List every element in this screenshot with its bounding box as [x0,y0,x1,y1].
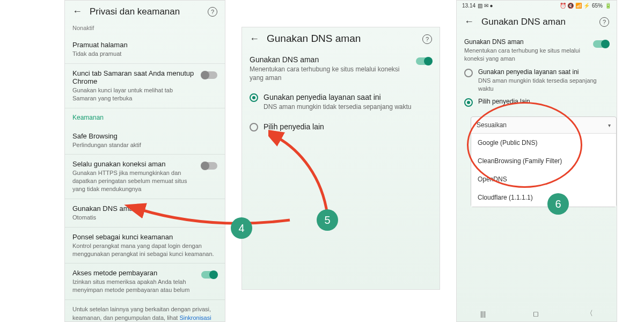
nonaktif-label: Nonaktif [65,23,225,35]
item-sub: Otomatis [72,214,217,222]
topbar: Privasi dan keamanan [65,1,225,23]
item-sub: Gunakan kunci layar untuk melihat tab Sa… [72,86,196,103]
help-icon[interactable] [422,34,432,44]
page-title: Gunakan DNS aman [267,33,415,45]
item-sub: Kontrol perangkat mana yang dapat login … [72,242,217,258]
privacy-note: Untuk setelan lainnya yang berkaitan den… [65,300,225,322]
status-bar: 13.14 ▧ ✉ ● ⏰ 🔇 📶 ⚡ 65%🔋 [457,1,617,11]
screenshot-dns-step1: Gunakan DNS aman Gunakan DNS aman Menent… [241,27,440,290]
item-title: Pilih penyedia lain [478,98,609,105]
security-category: Keamanan [72,114,217,121]
recent-apps-icon[interactable]: ||| [480,310,486,318]
item-title: Pramuat halaman [72,41,217,49]
item-title: Gunakan DNS aman [250,55,411,64]
dropdown-selected: Sesuaikan [477,121,507,129]
item-title: Gunakan DNS aman [72,204,217,213]
item-sub: DNS aman mungkin tidak tersedia sepanjan… [264,103,432,111]
back-nav-icon[interactable]: 〈 [586,309,593,318]
payment-access-toggle[interactable] [201,271,217,279]
dns-intro: Gunakan DNS aman Menentukan cara terhubu… [457,33,617,66]
home-icon[interactable]: ◻ [533,310,539,318]
topbar: Gunakan DNS aman [242,27,440,50]
item-title: Gunakan DNS aman [464,38,588,46]
item-title: Pilih penyedia lain [264,122,432,131]
step-badge-5: 5 [317,209,338,231]
dns-option-current[interactable]: Gunakan penyedia layanan saat ini DNS am… [457,66,617,96]
dropdown-option[interactable]: CleanBrowsing (Family Filter) [471,152,616,170]
nav-bar: ||| ◻ 〈 [457,305,617,321]
payment-access-item[interactable]: Akses metode pembayaran Izinkan situs me… [65,264,225,300]
item-title: Kunci tab Samaran saat Anda menutup Chro… [72,69,196,85]
item-title: Gunakan penyedia layanan saat ini [264,93,432,101]
status-time: 13.14 [462,3,475,9]
help-icon[interactable] [208,6,217,17]
item-sub: Menentukan cara terhubung ke situs melal… [464,47,588,63]
screenshot-privacy-security: Privasi dan keamanan Nonaktif Pramuat ha… [64,0,225,322]
alarm-icon: ⏰ 🔇 📶 ⚡ [560,3,590,9]
dns-option-choose[interactable]: Pilih penyedia lain [242,117,440,137]
safe-browsing-item[interactable]: Safe Browsing Perlindungan standar aktif [65,127,225,155]
lock-incognito-item[interactable]: Kunci tab Samaran saat Anda menutup Chro… [65,64,225,108]
always-secure-toggle[interactable] [201,162,217,170]
radio-choose-provider[interactable] [250,123,258,131]
item-title: Akses metode pembayaran [72,269,196,277]
radio-current-provider[interactable] [250,93,258,102]
step-badge-6: 6 [547,193,569,215]
item-title: Gunakan penyedia layanan saat ini [478,68,609,76]
dns-master-toggle[interactable] [416,57,432,65]
step-badge-4: 4 [231,217,252,239]
screenshot-dns-dropdown: 13.14 ▧ ✉ ● ⏰ 🔇 📶 ⚡ 65%🔋 Gunakan DNS ama… [456,0,617,322]
item-sub: Izinkan situs memeriksa apakah Anda tela… [72,278,196,294]
page-title: Gunakan DNS aman [481,17,592,27]
item-title: Selalu gunakan koneksi aman [72,160,196,168]
dns-option-choose[interactable]: Pilih penyedia lain [457,96,617,112]
radio-choose-provider[interactable] [464,98,473,107]
item-sub: Tidak ada pramuat [72,50,217,58]
use-secure-dns-item[interactable]: Gunakan DNS aman Otomatis [65,199,225,228]
always-secure-item[interactable]: Selalu gunakan koneksi aman Gunakan HTTP… [65,155,225,199]
back-icon[interactable] [250,33,259,45]
dropdown-option[interactable]: OpenDNS [471,170,616,188]
item-title: Safe Browsing [72,132,217,140]
phone-as-key-item[interactable]: Ponsel sebagai kunci keamanan Kontrol pe… [65,228,225,264]
item-sub: Gunakan HTTPS jika memungkinkan dan dapa… [72,169,196,193]
help-icon[interactable] [599,17,609,27]
dns-master-toggle[interactable] [593,40,609,48]
notification-icon: ▧ ✉ ● [478,3,493,9]
dropdown-option[interactable]: Cloudflare (1.1.1.1) [471,188,616,207]
item-sub: Menentukan cara terhubung ke situs melal… [250,65,411,82]
back-icon[interactable] [72,6,82,17]
dropdown-option[interactable]: Google (Public DNS) [471,134,616,152]
chevron-down-icon [608,121,611,129]
provider-dropdown[interactable]: Sesuaikan Google (Public DNS) CleanBrows… [471,116,617,207]
item-sub: Perlindungan standar aktif [72,141,217,149]
lock-incognito-toggle[interactable] [201,71,217,79]
back-icon[interactable] [464,16,474,27]
dns-intro: Gunakan DNS aman Menentukan cara terhubu… [242,50,440,87]
topbar: Gunakan DNS aman [457,11,617,33]
page-title: Privasi dan keamanan [90,6,200,17]
dns-option-current[interactable]: Gunakan penyedia layanan saat ini DNS am… [242,87,440,116]
radio-current-provider[interactable] [464,69,473,77]
item-title: Ponsel sebagai kunci keamanan [72,233,217,241]
status-battery: 65% [592,3,603,9]
preload-pages-item[interactable]: Pramuat halaman Tidak ada pramuat [65,35,225,64]
item-sub: DNS aman mungkin tidak tersedia sepanjan… [478,77,609,93]
